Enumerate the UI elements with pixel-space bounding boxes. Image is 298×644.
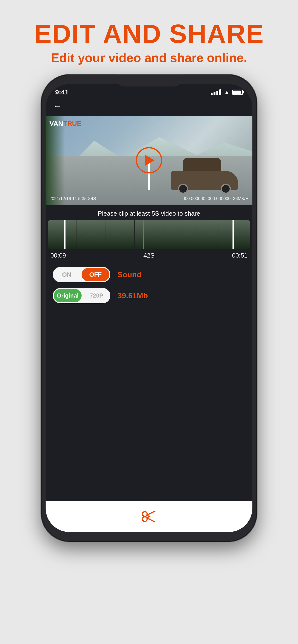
svg-line-2: [146, 511, 155, 516]
scissors-button[interactable]: [140, 508, 158, 525]
wifi-icon: ▲: [224, 89, 229, 95]
phone-screen: 9:41 ▲ ←: [46, 84, 252, 532]
screen-bottom: [46, 308, 252, 501]
car-silhouette: [171, 162, 238, 195]
page-title: EDIT AND SHARE: [34, 19, 264, 48]
scissors-icon: [140, 508, 158, 525]
phone-shell: 9:41 ▲ ←: [41, 74, 257, 542]
tree-decoration: [46, 116, 65, 204]
timeline-frame-3: [106, 220, 135, 249]
status-time: 9:41: [55, 88, 69, 96]
timeline-frame-6: [192, 220, 221, 249]
signal-bar-4: [219, 89, 221, 95]
timeline-container: [46, 220, 252, 249]
timestamp-end: 00:51: [232, 252, 248, 259]
bottom-toolbar: [46, 501, 252, 532]
video-overlay-right: 000.000000. 000.000000. 36MK/H: [183, 196, 249, 201]
back-button[interactable]: ←: [53, 101, 62, 111]
car-wheel-left: [178, 184, 188, 194]
timeline-frame-7: [221, 220, 250, 249]
timestamp-current: 42S: [143, 252, 155, 259]
timeline-left-bracket: [64, 220, 66, 249]
timeline-frame-2: [77, 220, 106, 249]
video-overlay-left: 2021/12/16 11:5:35 X4S: [49, 196, 96, 201]
timeline-frame-1: [48, 220, 77, 249]
play-button[interactable]: [136, 147, 162, 174]
svg-line-3: [146, 518, 155, 522]
timeline-timestamps: 00:09 42S 00:51: [46, 249, 252, 262]
sound-toggle-row: ON OFF Sound: [53, 267, 245, 282]
clip-info-text: Please clip at least 5S video to share: [46, 204, 252, 220]
vantrue-true-text: TRUE: [63, 120, 81, 127]
controls-area: ON OFF Sound Original 720P 39.61Mb: [46, 262, 252, 308]
status-icons: ▲: [211, 89, 243, 95]
battery-fill: [233, 90, 241, 94]
signal-bar-2: [214, 92, 215, 95]
quality-720p-label: 720P: [83, 288, 110, 303]
vantrue-van-text: VAN: [49, 120, 63, 127]
timeline-right-bracket: [232, 220, 234, 249]
timeline-frame-4: [135, 220, 163, 249]
sound-on-label: ON: [53, 267, 81, 282]
page-subtitle: Edit your video and share online.: [34, 50, 264, 65]
quality-size-label: 39.61Mb: [117, 291, 148, 300]
play-icon: [145, 155, 155, 166]
sound-off-label: OFF: [82, 268, 109, 281]
video-preview: VANTRUE 2021/12/16 11:5:35 X4S 000.00000…: [46, 116, 252, 204]
page-header: EDIT AND SHARE Edit your video and share…: [34, 0, 264, 74]
timeline-frame-5: [163, 220, 192, 249]
timeline-playhead: [143, 220, 144, 249]
signal-bar-3: [216, 91, 218, 95]
car-wheel-right: [221, 184, 231, 194]
sound-label: Sound: [117, 270, 141, 279]
signal-bars-icon: [211, 89, 221, 95]
svg-line-5: [146, 516, 150, 518]
nav-bar: ←: [46, 98, 252, 116]
battery-icon: [232, 90, 243, 95]
phone-notch: [115, 74, 183, 86]
vantrue-logo: VANTRUE: [49, 120, 81, 128]
quality-original-label: Original: [54, 289, 82, 302]
quality-toggle[interactable]: Original 720P: [53, 288, 110, 303]
timeline-strip[interactable]: [48, 220, 250, 249]
timestamp-start: 00:09: [50, 252, 66, 259]
quality-toggle-row: Original 720P 39.61Mb: [53, 288, 245, 303]
signal-bar-1: [211, 93, 213, 95]
sound-toggle[interactable]: ON OFF: [53, 267, 110, 282]
